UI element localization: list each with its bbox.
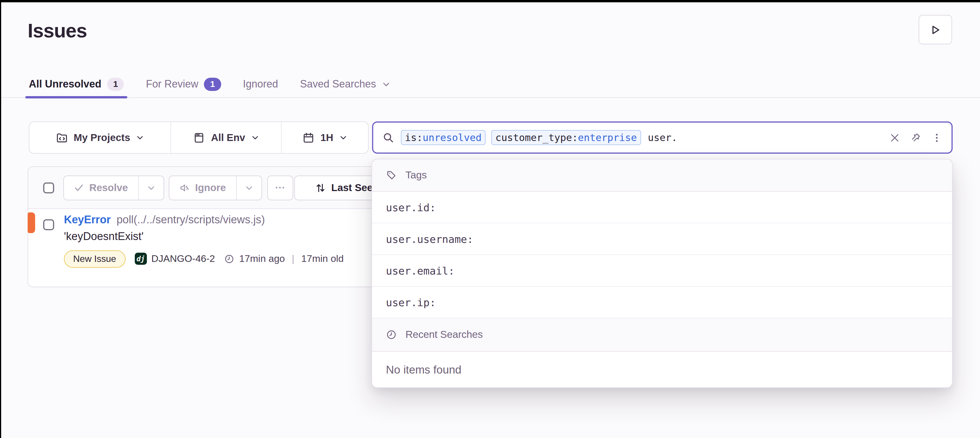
ignore-label: Ignore [195,182,226,194]
issue-times: 17min ago | 17min old [224,253,344,265]
recent-searches-header: Recent Searches [372,318,952,352]
search-actions [889,132,942,143]
clear-search-icon[interactable] [889,132,900,143]
project-filter-value: My Projects [74,132,130,144]
sentry-issues-page: Issues All Unresolved 1 For Review 1 [0,0,980,438]
mute-icon [179,182,190,193]
ellipsis-icon [267,176,292,200]
token-key: customer_type: [495,132,578,143]
calendar-icon [303,132,315,144]
search-autocomplete-dropdown: Tags user.id: user.username: user.email:… [372,159,952,388]
page-title: Issues [28,19,87,42]
ignore-button[interactable]: Ignore [169,176,236,200]
tags-header-label: Tags [406,169,427,181]
window-edge-left [0,0,1,438]
tab-label: All Unresolved [29,78,101,90]
resolve-button[interactable]: Resolve [64,176,138,200]
token-value: enterprise [578,132,637,143]
tag-suggestion-user-id[interactable]: user.id: [372,192,952,223]
clock-icon [386,329,397,340]
environment-icon [193,132,205,144]
resolve-dropdown-button[interactable] [138,176,163,200]
tab-count-badge: 1 [204,78,221,90]
search-icon [382,132,394,143]
token-key: is: [405,132,422,143]
chevron-down-icon [251,133,259,141]
issue-title-link[interactable]: KeyError [64,213,111,226]
tab-label: For Review [146,78,199,90]
issue-list-tabs: All Unresolved 1 For Review 1 Ignored Sa… [28,70,391,98]
resolve-label: Resolve [89,182,128,194]
no-items-found: No items found [372,352,952,387]
time-range-filter-dropdown[interactable]: 1H [281,122,368,153]
issue-search-input[interactable]: is:unresolved customer_type:enterprise u… [372,121,952,154]
issue-old: 17min old [301,253,344,265]
search-token-customer-type[interactable]: customer_type:enterprise [491,130,641,145]
projects-icon [56,132,68,144]
search-menu-kebab-icon[interactable] [931,132,942,143]
issue-content: KeyError poll(../../sentry/scripts/views… [64,213,344,267]
chevron-down-icon [146,183,155,192]
project-filter-dropdown[interactable]: My Projects [29,122,170,153]
chevron-down-icon [382,80,390,88]
more-actions-button[interactable] [267,175,293,200]
ignore-dropdown-button[interactable] [236,176,261,200]
environment-filter-value: All Env [211,132,245,144]
token-value: unresolved [422,132,482,143]
tags-section-header: Tags [372,159,952,192]
window-edge-top [0,0,980,2]
chevron-down-icon [339,133,347,141]
chevron-down-icon [136,133,144,141]
tab-saved-searches[interactable]: Saved Searches [299,70,391,98]
tag-suggestion-user-email[interactable]: user.email: [372,255,952,287]
project-ref[interactable]: dj DJANGO-46-2 [135,253,215,265]
replay-tour-button[interactable] [919,15,952,44]
search-token-is-unresolved[interactable]: is:unresolved [401,130,485,145]
chevron-down-icon [245,183,253,192]
tab-count-badge: 1 [107,78,124,90]
resolve-split-button: Resolve [63,175,164,200]
django-project-icon: dj [135,253,146,265]
issue-short-id: DJANGO-46-2 [151,253,215,265]
pin-search-icon[interactable] [910,132,921,143]
tag-icon [386,170,397,181]
error-level-bar [27,212,35,233]
check-icon [74,182,84,193]
recent-searches-label: Recent Searches [406,328,483,341]
ignore-split-button: Ignore [169,175,262,200]
select-all-checkbox[interactable] [43,182,54,194]
issue-message: 'keyDoesntExist' [64,230,344,243]
issue-checkbox[interactable] [43,219,54,230]
play-icon [930,24,941,35]
sort-arrows-icon [315,182,326,193]
search-query: is:unresolved customer_type:enterprise u… [401,130,677,145]
issue-meta: New Issue dj DJANGO-46-2 17min ago | [64,250,344,267]
time-range-value: 1H [321,132,334,144]
tab-all-unresolved[interactable]: All Unresolved 1 [28,70,125,98]
tab-label: Saved Searches [300,78,376,90]
issue-age: 17min ago [239,253,285,265]
active-tab-underline [25,96,127,98]
times-separator: | [290,253,297,265]
new-issue-badge: New Issue [64,250,125,267]
search-free-text: user. [648,132,677,143]
tab-ignored[interactable]: Ignored [242,70,279,98]
tag-suggestion-user-ip[interactable]: user.ip: [372,287,952,318]
clock-icon [224,254,234,264]
tab-for-review[interactable]: For Review 1 [145,70,222,98]
tab-label: Ignored [243,78,278,90]
issue-culprit: poll(../../sentry/scripts/views.js) [117,213,265,226]
page-filter-bar: My Projects All Env [29,121,369,154]
environment-filter-dropdown[interactable]: All Env [170,122,281,153]
tag-suggestion-user-username[interactable]: user.username: [372,223,952,255]
